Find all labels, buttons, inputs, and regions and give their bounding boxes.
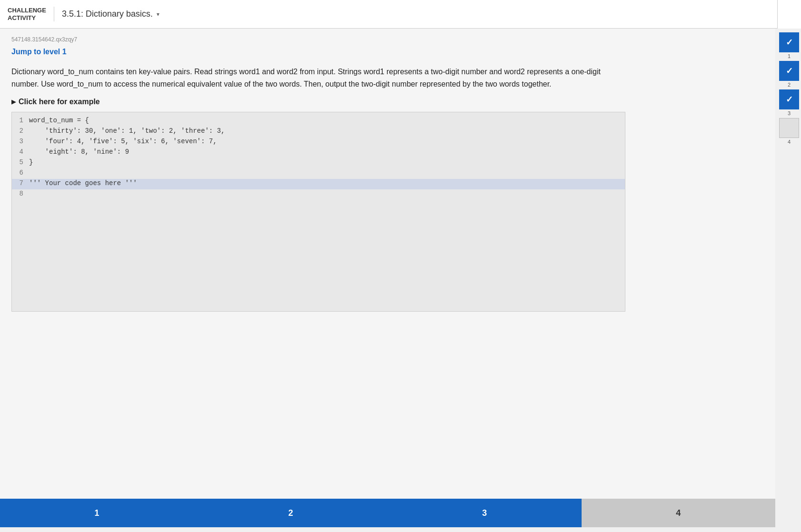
header-title: 3.5.1: Dictionary basics. ▾ (62, 9, 159, 19)
right-sidebar: ✓ 1 ✓ 2 ✓ 3 4 (777, 29, 801, 148)
bottom-tabs: 1 2 3 4 (0, 499, 775, 527)
sidebar-check-4[interactable] (779, 118, 799, 138)
sidebar-item-2: ✓ 2 (779, 61, 799, 88)
sidebar-check-2[interactable]: ✓ (779, 61, 799, 81)
line-num-2: 2 (12, 127, 29, 135)
line-content-1: word_to_num = { (29, 117, 625, 124)
click-example-toggle[interactable]: Click here for example (11, 98, 764, 106)
dropdown-icon[interactable]: ▾ (157, 11, 159, 18)
code-line-4: 4 'eight': 8, 'nine': 9 (12, 148, 625, 158)
line-num-5: 5 (12, 158, 29, 166)
code-line-2: 2 'thirty': 30, 'one': 1, 'two': 2, 'thr… (12, 127, 625, 137)
sidebar-item-3: ✓ 3 (779, 89, 799, 116)
sidebar-label-2: 2 (788, 82, 791, 88)
activity-id: 547148.3154642.qx3zqy7 (11, 36, 764, 43)
line-content-5: } (29, 158, 625, 166)
tab-2[interactable]: 2 (194, 499, 387, 527)
code-line-1: 1 word_to_num = { (12, 116, 625, 127)
tab-4[interactable]: 4 (582, 499, 775, 527)
code-line-8: 8 (12, 189, 625, 200)
sidebar-check-1[interactable]: ✓ (779, 32, 799, 52)
sidebar-check-3[interactable]: ✓ (779, 89, 799, 109)
line-content-4: 'eight': 8, 'nine': 9 (29, 148, 625, 156)
line-num-4: 4 (12, 148, 29, 156)
line-num-1: 1 (12, 117, 29, 124)
main-content: 547148.3154642.qx3zqy7 Jump to level 1 D… (0, 29, 775, 499)
code-line-6: 6 (12, 168, 625, 179)
header-right-corner (777, 0, 801, 29)
code-line-7[interactable]: 7 ''' Your code goes here ''' (12, 179, 625, 189)
tab-3[interactable]: 3 (388, 499, 582, 527)
challenge-line2: ACTIVITY (8, 14, 46, 22)
sidebar-item-4: 4 (779, 118, 799, 145)
line-content-3: 'four': 4, 'five': 5, 'six': 6, 'seven':… (29, 138, 625, 145)
line-num-3: 3 (12, 138, 29, 145)
line-content-7: ''' Your code goes here ''' (29, 179, 625, 187)
sidebar-label-4: 4 (788, 139, 791, 145)
tab-1[interactable]: 1 (0, 499, 194, 527)
activity-description: Dictionary word_to_num contains ten key-… (11, 66, 616, 90)
title-text: 3.5.1: Dictionary basics. (62, 9, 153, 19)
cursor-area (0, 527, 801, 532)
header: CHALLENGE ACTIVITY 3.5.1: Dictionary bas… (0, 0, 801, 29)
jump-to-level-link[interactable]: Jump to level 1 (11, 48, 764, 56)
sidebar-label-1: 1 (788, 53, 791, 59)
code-editor[interactable]: 1 word_to_num = { 2 'thirty': 30, 'one':… (11, 112, 625, 312)
line-num-8: 8 (12, 190, 29, 197)
code-line-5: 5 } (12, 158, 625, 168)
line-num-7: 7 (12, 179, 29, 187)
sidebar-label-3: 3 (788, 110, 791, 116)
code-line-3: 3 'four': 4, 'five': 5, 'six': 6, 'seven… (12, 137, 625, 148)
challenge-line1: CHALLENGE (8, 7, 46, 14)
challenge-label: CHALLENGE ACTIVITY (8, 7, 54, 21)
line-content-2: 'thirty': 30, 'one': 1, 'two': 2, 'three… (29, 127, 625, 135)
line-num-6: 6 (12, 169, 29, 177)
sidebar-item-1: ✓ 1 (779, 32, 799, 59)
